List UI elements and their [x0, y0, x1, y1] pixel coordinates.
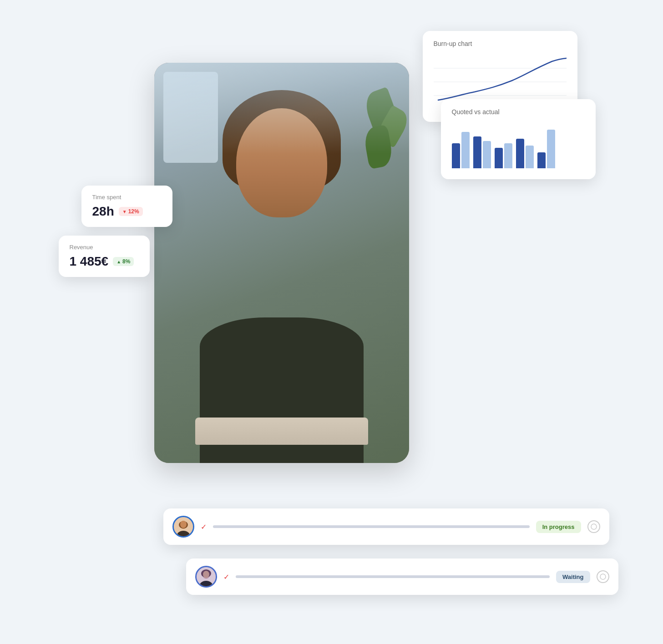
task-row-waiting: ✓ Waiting: [186, 558, 618, 595]
burn-up-line: [438, 58, 567, 100]
revenue-badge-icon: ▲: [116, 259, 121, 264]
bar-light-4: [526, 146, 534, 168]
bar-group-3: [495, 143, 512, 168]
time-spent-badge: ▼ 12%: [119, 207, 143, 216]
bar-dark-5: [537, 152, 546, 168]
bar-dark-1: [452, 143, 460, 168]
revenue-card: Revenue 1 485€ ▲ 8%: [59, 236, 150, 277]
revenue-badge: ▲ 8%: [113, 257, 134, 266]
photo-card: [154, 63, 409, 463]
task-progress-bar-2: [236, 575, 550, 578]
in-progress-badge: In progress: [536, 521, 581, 533]
main-scene: Burn-up chart Quoted vs actual: [81, 26, 582, 618]
time-spent-label: Time spent: [92, 194, 162, 201]
bar-dark-4: [516, 139, 524, 168]
bar-light-2: [483, 141, 491, 168]
laptop: [195, 418, 368, 445]
check-icon-2: ✓: [223, 573, 229, 581]
time-spent-badge-label: 12%: [128, 208, 139, 215]
bar-group-4: [516, 139, 534, 168]
circle-check-1: [587, 520, 600, 533]
time-spent-value: 28h ▼ 12%: [92, 204, 162, 219]
circle-check-2: [597, 570, 609, 583]
avatar-2-image: [197, 567, 216, 586]
waiting-badge: Waiting: [556, 571, 590, 583]
task-row-in-progress: ✓ In progress: [163, 508, 609, 545]
check-circle-icon-2: [600, 574, 606, 580]
time-spent-number: 28h: [92, 204, 114, 219]
revenue-value: 1 485€ ▲ 8%: [70, 254, 139, 269]
avatar-2: [195, 566, 217, 588]
bar-light-3: [504, 143, 512, 168]
photo-background: [154, 63, 409, 463]
bar-dark-3: [495, 148, 503, 168]
bar-light-5: [547, 130, 555, 168]
time-spent-card: Time spent 28h ▼ 12%: [81, 186, 172, 227]
svg-point-5: [591, 524, 597, 529]
avatar-1-image: [174, 517, 193, 536]
bar-dark-2: [473, 136, 481, 168]
task-progress-bar-1: [213, 525, 530, 528]
revenue-label: Revenue: [70, 244, 139, 251]
time-spent-badge-icon: ▼: [122, 209, 127, 214]
bar-group-5: [537, 130, 555, 168]
bar-chart: [452, 123, 585, 168]
avatar-1: [172, 516, 194, 538]
revenue-badge-label: 8%: [122, 258, 130, 265]
bar-group-2: [473, 136, 491, 168]
svg-point-11: [600, 574, 606, 579]
bar-group-1: [452, 132, 470, 168]
light-effect: [154, 63, 409, 154]
svg-point-9: [203, 571, 209, 578]
burn-up-title: Burn-up chart: [434, 40, 567, 47]
quoted-title: Quoted vs actual: [452, 108, 585, 116]
svg-point-3: [180, 521, 187, 528]
quoted-vs-actual-card: Quoted vs actual: [441, 99, 596, 179]
revenue-number: 1 485€: [70, 254, 109, 269]
check-circle-icon-1: [591, 523, 597, 530]
bar-light-1: [461, 132, 470, 168]
check-icon-1: ✓: [201, 523, 207, 531]
